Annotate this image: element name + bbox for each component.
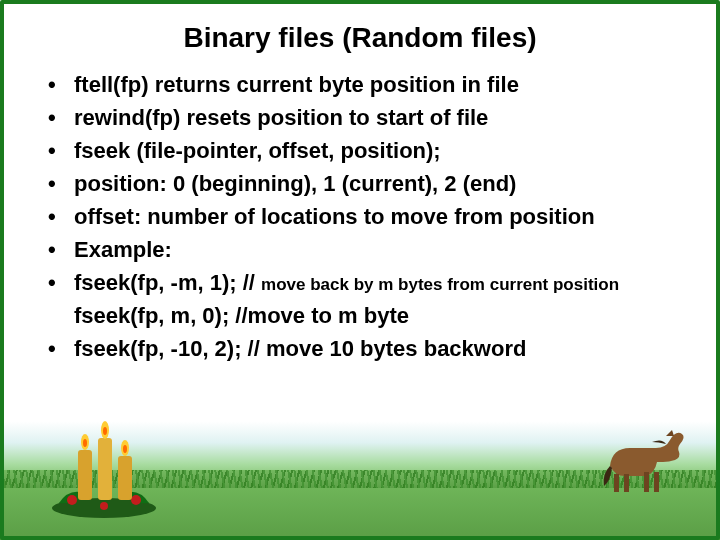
- svg-point-2: [131, 495, 141, 505]
- svg-point-11: [103, 427, 107, 435]
- list-item: fseek(fp, -10, 2); // move 10 bytes back…: [48, 332, 686, 365]
- continuation-line: fseek(fp, m, 0); //move to m byte: [34, 299, 686, 332]
- svg-rect-4: [78, 450, 92, 500]
- list-item: fseek(fp, -m, 1); // move back by m byte…: [48, 266, 686, 299]
- svg-point-3: [100, 502, 108, 510]
- list-item: rewind(fp) resets position to start of f…: [48, 101, 686, 134]
- svg-rect-5: [98, 438, 112, 500]
- list-item-subtext: move back by m bytes from current positi…: [261, 275, 619, 294]
- list-item: ftell(fp) returns current byte position …: [48, 68, 686, 101]
- svg-rect-6: [118, 456, 132, 500]
- bullet-list-2: fseek(fp, -10, 2); // move 10 bytes back…: [48, 332, 686, 365]
- list-item: fseek (file-pointer, offset, position);: [48, 134, 686, 167]
- svg-rect-16: [654, 472, 659, 492]
- bullet-list: ftell(fp) returns current byte position …: [48, 68, 686, 299]
- list-item: position: 0 (beginning), 1 (current), 2 …: [48, 167, 686, 200]
- slide-body: Binary files (Random files) ftell(fp) re…: [4, 4, 716, 375]
- svg-rect-13: [614, 474, 619, 492]
- list-item: Example:: [48, 233, 686, 266]
- svg-point-1: [67, 495, 77, 505]
- candles-icon: [44, 408, 164, 518]
- svg-rect-14: [624, 474, 629, 492]
- svg-rect-15: [644, 472, 649, 492]
- svg-point-12: [123, 445, 127, 453]
- svg-point-10: [83, 439, 87, 447]
- slide-title: Binary files (Random files): [34, 22, 686, 54]
- list-item-text: fseek(fp, -m, 1); //: [74, 270, 261, 295]
- horse-icon: [590, 426, 686, 496]
- list-item: offset: number of locations to move from…: [48, 200, 686, 233]
